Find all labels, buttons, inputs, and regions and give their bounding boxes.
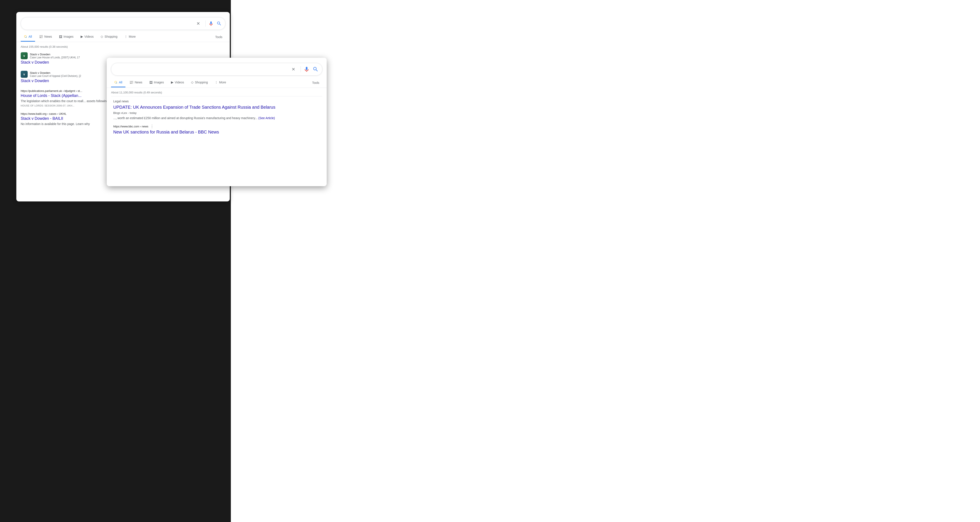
see-article-link[interactable]: (See Article): [258, 116, 275, 120]
bbc-result-title[interactable]: New UK sanctions for Russia and Belarus …: [113, 130, 320, 135]
tab-news-front[interactable]: 📰 News: [126, 78, 145, 88]
nav-tabs-back: All 📰 News 🖼 Images ▶ Videos ◇ Shopping …: [16, 32, 230, 42]
tab-shopping-front[interactable]: ◇ Shopping: [188, 78, 211, 88]
search-bar-front[interactable]: Trade Sanctions Against Russia and Belar…: [111, 63, 322, 76]
news-snippet-text: ..., worth an estimated £250 million and…: [113, 116, 258, 120]
tab-more-back[interactable]: ⋮ More: [121, 32, 139, 41]
tab-news-back[interactable]: 📰 News: [36, 32, 55, 42]
news-result: UPDATE: UK Announces Expansion of Trade …: [107, 104, 327, 124]
search-divider-front: [301, 66, 301, 72]
clear-button-back[interactable]: ✕: [196, 21, 200, 26]
clear-button-front[interactable]: ✕: [292, 67, 295, 72]
tab-images-label-front: Images: [154, 81, 164, 84]
search-icon-front[interactable]: [312, 66, 318, 72]
tab-images-label-back: Images: [64, 35, 73, 38]
shopping-icon-back: ◇: [100, 35, 103, 38]
favicon-1: v: [21, 52, 28, 59]
tab-more-label-front: More: [219, 81, 226, 84]
right-background: [231, 0, 980, 522]
all-icon-front: [114, 81, 118, 84]
tab-more-front[interactable]: ⋮ More: [212, 78, 229, 88]
bbc-url: https://www.bbc.com › news ⋮: [113, 124, 320, 129]
tab-shopping-back[interactable]: ◇ Shopping: [97, 32, 121, 42]
tab-news-label-back: News: [45, 35, 52, 38]
tab-videos-label-back: Videos: [84, 35, 94, 38]
tab-videos-back[interactable]: ▶ Videos: [78, 32, 97, 42]
tab-images-back[interactable]: 🖼 Images: [56, 32, 77, 42]
nav-tabs-front: All 📰 News 🖼 Images ▶ Videos ◇ Shopping …: [107, 78, 327, 88]
news-snippet: ..., worth an estimated £250 million and…: [113, 116, 320, 121]
tab-videos-label-front: Videos: [175, 81, 184, 84]
bbc-url-text: https://www.bbc.com › news: [113, 125, 148, 128]
news-icon-back: 📰: [39, 35, 43, 38]
more-dots-icon-back: ⋮: [124, 35, 127, 38]
window-front: Trade Sanctions Against Russia and Belar…: [107, 58, 327, 186]
tab-all-label-back: All: [29, 35, 32, 38]
tools-tab-front[interactable]: Tools: [309, 78, 322, 87]
bbc-more-icon[interactable]: ⋮: [150, 124, 154, 129]
tab-news-label-front: News: [135, 81, 142, 84]
source-name-2: Stack v Dowden: [30, 71, 81, 75]
more-dots-icon-front: ⋮: [215, 81, 218, 84]
videos-icon-back: ▶: [81, 35, 83, 38]
news-icon-front: 📰: [129, 80, 134, 84]
search-icon-back[interactable]: [216, 21, 222, 26]
tab-all-label-front: All: [119, 81, 123, 84]
favicon-2: v: [21, 71, 28, 78]
tab-more-label-back: More: [129, 35, 136, 38]
source-detail-2: Case Law Court of Appeal (Civil Division…: [30, 75, 81, 78]
search-input-front[interactable]: Trade Sanctions Against Russia and Belar…: [115, 67, 292, 72]
images-icon-back: 🖼: [59, 35, 62, 38]
tab-all-front[interactable]: All: [111, 78, 126, 88]
shopping-icon-front: ◇: [191, 80, 194, 84]
legal-news-label: Legal news: [107, 97, 327, 104]
source-name-1: Stack v Dowden: [30, 53, 80, 56]
news-result-title[interactable]: UPDATE: UK Announces Expansion of Trade …: [113, 104, 320, 110]
mic-icon-back[interactable]: [208, 21, 214, 26]
all-icon-back: [24, 35, 27, 38]
results-info-back: About 155,000 results (0.38 seconds): [16, 42, 230, 51]
news-source: Blogs vLex - today: [113, 111, 320, 115]
videos-icon-front: ▶: [171, 80, 173, 84]
bbc-result: https://www.bbc.com › news ⋮ New UK sanc…: [107, 124, 327, 138]
search-bar-back[interactable]: stack v dowden ✕: [21, 17, 225, 30]
source-detail-1: Case Law House of Lords, [2007] UKHL 17: [30, 56, 80, 59]
tab-shopping-label-front: Shopping: [195, 81, 208, 84]
tools-tab-back[interactable]: Tools: [212, 33, 225, 41]
tab-all-back[interactable]: All: [21, 32, 35, 41]
tab-shopping-label-back: Shopping: [105, 35, 118, 38]
results-info-front: About 11,100,000 results (0.49 seconds): [107, 88, 327, 96]
mic-icon-front[interactable]: [303, 66, 310, 73]
tab-videos-front[interactable]: ▶ Videos: [168, 78, 187, 88]
tab-images-front[interactable]: 🖼 Images: [146, 78, 167, 88]
search-input-back[interactable]: stack v dowden: [24, 21, 196, 26]
images-icon-front: 🖼: [150, 81, 153, 84]
